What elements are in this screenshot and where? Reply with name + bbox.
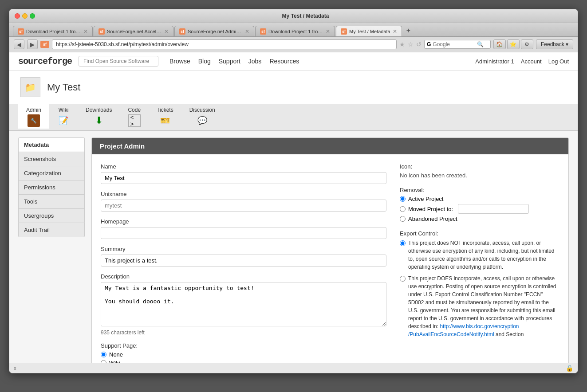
browser-tab-5[interactable]: sf My Test / Metadata ✕ xyxy=(336,26,402,36)
support-none-radio[interactable] xyxy=(101,352,106,357)
sf-search-input[interactable] xyxy=(79,56,158,67)
export-encrypt-radio-group: This project DOES incorporate, access, c… xyxy=(400,274,559,338)
export-encrypt-radio[interactable] xyxy=(400,276,406,282)
back-button[interactable]: ◀ xyxy=(14,39,24,49)
nav-jobs[interactable]: Jobs xyxy=(248,58,262,65)
tool-tabs: Admin 🔧 Wiki 📝 Downloads ⬇ Code < > Tick… xyxy=(9,104,578,131)
refresh-icon[interactable]: ↺ xyxy=(416,41,422,48)
homepage-input[interactable] xyxy=(101,227,386,239)
active-project-radio-group: Active Project xyxy=(400,196,559,202)
sidebar-item-categorization[interactable]: Categorization xyxy=(18,166,85,180)
sidebar-item-usergroups[interactable]: Usergroups xyxy=(18,208,85,223)
tab-bar: sf Download Project 1 from Sou... ✕ sf S… xyxy=(9,23,578,37)
export-control-label: Export Control: xyxy=(400,230,559,237)
support-page-label: Support Page: xyxy=(101,342,386,349)
nav-browse[interactable]: Browse xyxy=(169,58,190,65)
support-none-label: None xyxy=(109,351,123,358)
tab-discussion[interactable]: Discussion 💬 xyxy=(181,104,223,130)
browser-tab-3[interactable]: sf SourceForge.net Admin Page ✕ xyxy=(174,26,254,36)
bookmark-manager-icon[interactable]: ⭐ xyxy=(507,39,520,49)
chars-left: 935 characters left xyxy=(101,329,386,336)
sidebar-item-tools[interactable]: Tools xyxy=(18,194,85,208)
moved-project-label: Moved Project to: xyxy=(408,206,453,212)
tab-favicon-1: sf xyxy=(18,28,24,35)
bookmark-icon[interactable]: ★ xyxy=(399,41,405,48)
abandoned-project-radio[interactable] xyxy=(400,216,406,222)
nav-support[interactable]: Support xyxy=(219,58,240,65)
export-link-2[interactable]: /PubAvailEncSourceCodeNotify.html xyxy=(408,331,494,337)
tab-label-3: SourceForge.net Admin Page xyxy=(188,29,243,34)
form-column: Name Unixname Homepage Summary xyxy=(101,163,386,363)
search-bar[interactable]: G 🔍 xyxy=(424,40,491,49)
feedback-button[interactable]: Feedback ▾ xyxy=(536,39,573,49)
bookmark-outline-icon: ☆ xyxy=(408,41,414,48)
unixname-field-group: Unixname xyxy=(101,191,386,212)
moved-project-radio[interactable] xyxy=(400,206,406,212)
settings-icon[interactable]: ⚙ xyxy=(521,39,533,49)
home-icon[interactable]: 🏠 xyxy=(493,39,506,49)
sidebar-item-permissions[interactable]: Permissions xyxy=(18,180,85,194)
unixname-label: Unixname xyxy=(101,191,386,197)
account-link[interactable]: Account xyxy=(521,58,542,65)
browser-tab-4[interactable]: sf Download Project 1 from Sou... ✕ xyxy=(255,26,335,36)
tab-downloads[interactable]: Downloads ⬇ xyxy=(78,104,120,130)
export-control-section: Export Control: This project does NOT in… xyxy=(400,230,559,338)
close-button[interactable] xyxy=(15,13,20,19)
url-bar[interactable] xyxy=(52,39,397,49)
search-magnifier-icon: 🔍 xyxy=(477,41,484,47)
support-wiki-radio[interactable] xyxy=(101,360,106,363)
tab-close-2[interactable]: ✕ xyxy=(164,28,169,35)
support-none-radio-group: None xyxy=(101,351,386,358)
project-title: My Test xyxy=(47,82,80,93)
tab-admin[interactable]: Admin 🔧 xyxy=(18,104,49,130)
browser-window: My Test / Metadata sf Download Project 1… xyxy=(9,9,578,373)
removal-section: Removal: Active Project Moved Project to… xyxy=(400,187,559,222)
minimize-button[interactable] xyxy=(22,13,28,19)
moved-project-input[interactable] xyxy=(458,204,529,214)
export-encrypt-text: This project DOES incorporate, access, c… xyxy=(408,274,559,338)
traffic-lights xyxy=(15,13,35,19)
user-name-link[interactable]: Administrator 1 xyxy=(475,58,514,65)
maximize-button[interactable] xyxy=(30,13,35,19)
sidebar-item-audit-trail[interactable]: Audit Trail xyxy=(18,223,85,237)
homepage-field-group: Homepage xyxy=(101,218,386,239)
tab-code[interactable]: Code < > xyxy=(120,104,149,130)
search-input[interactable] xyxy=(433,41,477,47)
window-title: My Test / Metadata xyxy=(39,13,572,19)
tab-close-1[interactable]: ✕ xyxy=(83,28,88,35)
active-project-radio[interactable] xyxy=(400,196,406,202)
lock-icon: 🔒 xyxy=(566,365,573,372)
new-tab-button[interactable]: + xyxy=(403,25,414,36)
sidebar-item-screenshots[interactable]: Screenshots xyxy=(18,152,85,166)
nav-resources[interactable]: Resources xyxy=(269,58,299,65)
export-link-1[interactable]: http://www.bis.doc.gov/encryption xyxy=(440,323,519,329)
sf-favicon: sf xyxy=(40,41,49,48)
tab-tickets[interactable]: Tickets 🎫 xyxy=(149,104,181,130)
nav-blog[interactable]: Blog xyxy=(198,58,211,65)
sidebar-item-metadata[interactable]: Metadata xyxy=(18,137,85,152)
export-no-encrypt-radio[interactable] xyxy=(400,240,406,246)
abandoned-project-radio-group: Abandoned Project xyxy=(400,216,559,222)
tab-label-5: My Test / Metadata xyxy=(349,29,390,34)
logout-link[interactable]: Log Out xyxy=(548,58,569,65)
browser-tab-2[interactable]: sf SourceForge.net Accelerator ... ✕ xyxy=(94,26,173,36)
tab-favicon-5: sf xyxy=(341,28,347,35)
active-project-label: Active Project xyxy=(408,196,443,202)
tab-close-4[interactable]: ✕ xyxy=(326,28,330,35)
unixname-input[interactable] xyxy=(101,200,386,212)
tab-close-3[interactable]: ✕ xyxy=(245,28,249,35)
export-no-encrypt-radio-group: This project does NOT incorporate, acces… xyxy=(400,239,559,271)
tab-favicon-3: sf xyxy=(179,28,185,35)
tab-wiki[interactable]: Wiki 📝 xyxy=(49,104,78,130)
summary-input[interactable] xyxy=(101,255,386,267)
admin-tab-icon: 🔧 xyxy=(28,114,40,127)
description-textarea[interactable]: My Test is a fantastic opportunity to te… xyxy=(101,282,386,326)
support-wiki-radio-group: Wiki xyxy=(101,360,386,363)
forward-button[interactable]: ▶ xyxy=(27,39,38,49)
tab-close-5[interactable]: ✕ xyxy=(393,28,397,35)
page-content: sourceforge Browse Blog Support Jobs Res… xyxy=(9,52,578,363)
name-input[interactable] xyxy=(101,172,386,184)
name-label: Name xyxy=(101,163,386,170)
browser-tab-1[interactable]: sf Download Project 1 from Sou... ✕ xyxy=(13,26,93,36)
name-field-group: Name xyxy=(101,163,386,184)
